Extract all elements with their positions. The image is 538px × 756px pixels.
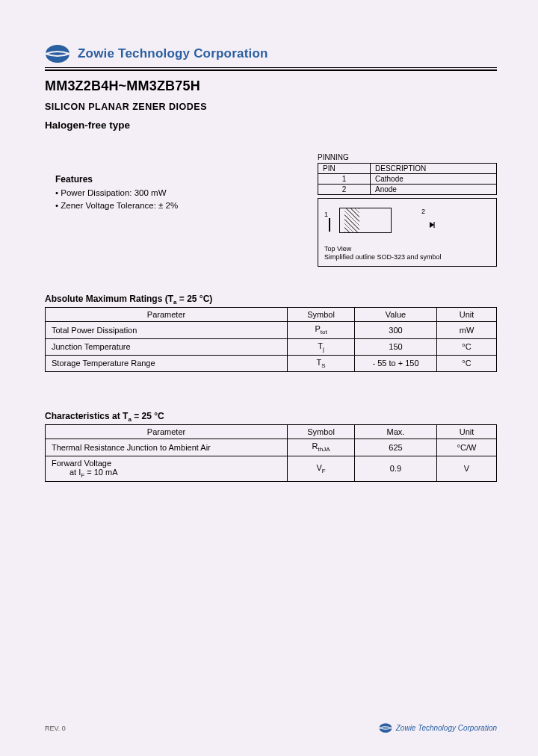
table-row: 2 Anode (318, 184, 497, 194)
lead-line (329, 218, 330, 232)
company-name: Zowie Technology Corporation (78, 46, 268, 61)
company-logo-icon (45, 43, 70, 64)
svg-point-0 (46, 45, 69, 63)
footer: REV. 0 Zowie Technology Corporation (45, 722, 497, 734)
table-row: Thermal Resistance Junction to Ambient A… (46, 439, 497, 456)
package-drawing: 1 2 (324, 203, 490, 242)
pinning-table: PIN DESCRIPTION 1 Cathode 2 Anode (318, 163, 497, 195)
pinning-title: PINNING (318, 153, 497, 161)
amr-table: Parameter Symbol Value Unit Total Power … (45, 307, 497, 372)
header: Zowie Technology Corporation (45, 43, 497, 64)
sod-outline (339, 208, 392, 233)
table-row: Junction Temperature Tj 150 °C (46, 338, 497, 355)
product-type: SILICON PLANAR ZENER DIODES (45, 102, 497, 112)
pin1-label: 1 (324, 211, 328, 218)
package-box: 1 2 Top View Simplified outline SOD-323 … (318, 198, 497, 267)
char-table: Parameter Symbol Max. Unit Thermal Resis… (45, 424, 497, 481)
part-number: MM3Z2B4H~MM3ZB75H (45, 78, 497, 94)
char-heading: Characteristics at Ta = 25 °C (45, 411, 497, 423)
package-caption: Top View Simplified outline SOD-323 and … (324, 245, 490, 262)
pin-header: DESCRIPTION (371, 163, 497, 173)
svg-point-1 (379, 723, 392, 733)
pin-header: PIN (318, 163, 371, 173)
footer-company: Zowie Technology Corporation (396, 724, 497, 732)
revision: REV. 0 (45, 725, 66, 732)
divider-thick (45, 69, 497, 71)
pinning-block: PINNING PIN DESCRIPTION 1 Cathode 2 Anod… (318, 153, 497, 267)
feature-item: • Zener Voltage Tolerance: ± 2% (55, 201, 178, 210)
table-row: Forward Voltage at IF = 10 mA VF 0.9 V (46, 456, 497, 481)
halogen-free: Halogen-free type (45, 120, 497, 131)
amr-heading: Absolute Maximum Ratings (Ta = 25 °C) (45, 294, 497, 306)
pin2-label: 2 (421, 208, 425, 215)
footer-right: Zowie Technology Corporation (379, 722, 497, 734)
table-row: 1 Cathode (318, 173, 497, 184)
company-logo-icon (379, 722, 392, 734)
cathode-band (344, 208, 359, 232)
mid-section: Features • Power Dissipation: 300 mW • Z… (45, 153, 497, 267)
features-heading: Features (55, 174, 178, 185)
features-block: Features • Power Dissipation: 300 mW • Z… (45, 174, 178, 267)
table-row: Total Power Dissipation Ptot 300 mW (46, 322, 497, 338)
diode-symbol-icon (429, 221, 436, 229)
table-row: Storage Temperature Range TS - 55 to + 1… (46, 355, 497, 371)
divider-thin (45, 67, 497, 68)
feature-item: • Power Dissipation: 300 mW (55, 188, 178, 197)
